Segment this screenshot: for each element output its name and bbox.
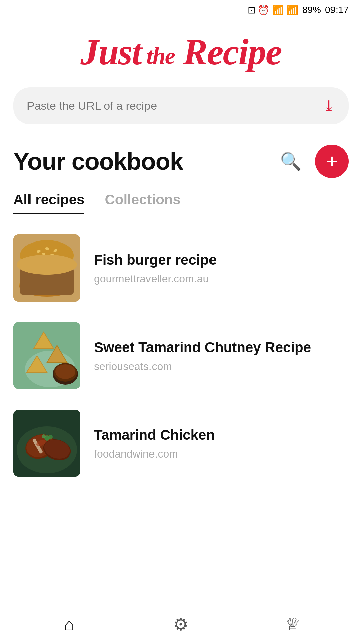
download-icon[interactable]: ⤓ — [323, 97, 335, 114]
logo-just: Just — [80, 32, 141, 72]
recipe-info-3: Tamarind Chicken foodandwine.com — [94, 426, 349, 460]
recipe-thumbnail-3 — [13, 410, 80, 477]
logo-recipe: Recipe — [175, 32, 282, 72]
recipe-source-3: foodandwine.com — [94, 448, 349, 460]
svg-point-32 — [48, 435, 53, 439]
svg-point-22 — [55, 364, 75, 379]
plus-icon: + — [326, 151, 338, 171]
recipe-item[interactable]: Tamarind Chicken foodandwine.com — [13, 399, 349, 487]
svg-rect-8 — [22, 268, 72, 272]
svg-rect-10 — [21, 275, 73, 278]
svg-point-2 — [20, 240, 74, 270]
nav-item-settings[interactable]: ⚙ — [125, 614, 237, 634]
url-input-container[interactable]: ⤓ — [13, 87, 349, 124]
cookbook-header: Your cookbook 🔍 + — [0, 145, 362, 178]
status-bar: ⊡ ⏰ 📶 📶 89% 09:17 — [0, 0, 362, 20]
logo-text: Just the Recipe — [80, 34, 281, 70]
settings-icon: ⚙ — [173, 614, 189, 634]
recipe-source-2: seriouseats.com — [94, 360, 349, 373]
tabs-container: All recipes Collections — [0, 192, 362, 214]
recipe-name-2: Sweet Tamarind Chutney Recipe — [94, 338, 349, 357]
tab-all-recipes[interactable]: All recipes — [13, 192, 84, 214]
battery-level: 89% — [302, 5, 321, 15]
recipe-thumbnail-2 — [13, 322, 80, 389]
status-icons: ⊡ ⏰ 📶 📶 — [248, 5, 298, 16]
recipe-list: Fish burger recipe gourmettraveller.com.… — [0, 224, 362, 487]
svg-rect-9 — [20, 271, 74, 276]
recipe-info-1: Fish burger recipe gourmettraveller.com.… — [94, 251, 349, 285]
url-input[interactable] — [27, 99, 323, 112]
recipe-item[interactable]: Sweet Tamarind Chutney Recipe seriouseat… — [13, 312, 349, 399]
nav-item-premium[interactable]: ♕ — [237, 614, 349, 634]
burger-image — [13, 234, 80, 302]
bottom-nav: ⌂ ⚙ ♕ — [0, 604, 362, 644]
search-icon[interactable]: 🔍 — [280, 151, 302, 172]
crown-icon: ♕ — [285, 614, 301, 634]
svg-point-31 — [42, 434, 46, 438]
app-logo: Just the Recipe — [0, 20, 362, 87]
cookbook-title: Your cookbook — [13, 148, 273, 175]
tab-collections[interactable]: Collections — [105, 192, 180, 214]
home-icon: ⌂ — [64, 614, 74, 634]
recipe-info-2: Sweet Tamarind Chutney Recipe seriouseat… — [94, 338, 349, 373]
recipe-source-1: gourmettraveller.com.au — [94, 273, 349, 285]
clock-time: 09:17 — [325, 5, 349, 15]
recipe-name-3: Tamarind Chicken — [94, 426, 349, 444]
logo-the: the — [141, 43, 175, 69]
recipe-thumbnail-1 — [13, 234, 80, 302]
svg-point-11 — [19, 274, 74, 296]
recipe-name-1: Fish burger recipe — [94, 251, 349, 269]
add-recipe-button[interactable]: + — [315, 145, 349, 178]
nav-item-home[interactable]: ⌂ — [13, 614, 125, 634]
status-bar-right: ⊡ ⏰ 📶 📶 89% 09:17 — [248, 5, 349, 16]
svg-point-12 — [19, 276, 74, 297]
recipe-item[interactable]: Fish burger recipe gourmettraveller.com.… — [13, 224, 349, 312]
